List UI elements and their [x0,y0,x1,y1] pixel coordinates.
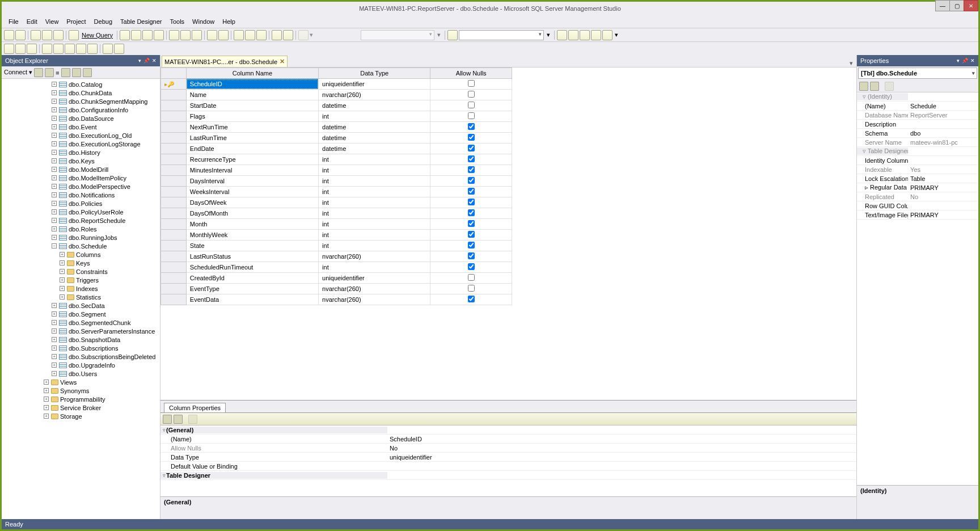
tree-folder[interactable]: +Columns [2,250,160,259]
expand-icon[interactable]: + [60,260,65,266]
allow-nulls-checkbox[interactable] [468,166,475,173]
tree-table[interactable]: +dbo.Segment [2,310,160,318]
expand-icon[interactable]: + [52,337,57,342]
tree-folder[interactable]: +Views [2,378,160,386]
tree-folder[interactable]: +Keys [2,259,160,267]
cell-column-name[interactable]: Name [186,90,318,100]
cp-alpha-icon[interactable] [174,415,183,424]
expand-icon[interactable]: + [52,345,57,351]
tree-table[interactable]: +dbo.UpgradeInfo [2,361,160,369]
toolbar-g3-icon[interactable] [580,30,590,40]
cell-data-type[interactable]: nvarchar(260) [319,251,430,262]
cell-data-type[interactable]: nvarchar(260) [319,90,430,100]
cell-data-type[interactable]: uniqueidentifier [319,79,430,90]
allow-nulls-checkbox[interactable] [468,102,475,108]
tree-table[interactable]: +dbo.ModelDrill [2,165,160,174]
expand-icon[interactable]: + [52,192,57,197]
connect-button[interactable]: Connect ▾ [4,69,32,76]
toolbar-copy-icon[interactable] [180,30,191,40]
cell-column-name[interactable]: EndDate [186,144,318,154]
cell-allow-nulls[interactable] [430,90,512,100]
allow-nulls-checkbox[interactable] [468,220,475,227]
cell-column-name[interactable]: MonthlyWeek [186,230,318,241]
cell-data-type[interactable]: int [319,197,430,208]
expand-icon[interactable]: + [44,388,49,393]
row-selector[interactable] [161,230,187,241]
tab-overflow-icon[interactable]: ▾ [846,60,851,67]
tree-table[interactable]: +dbo.Notifications [2,191,160,199]
expand-icon[interactable]: + [52,363,57,368]
cell-column-name[interactable]: LastRunStatus [186,251,318,262]
toolbar-template-icon[interactable] [283,30,293,40]
cell-data-type[interactable]: datetime [319,144,430,154]
cell-data-type[interactable]: int [319,154,430,165]
menu-window[interactable]: Window [189,17,218,26]
menu-file[interactable]: File [5,17,22,26]
expand-icon[interactable]: + [60,286,65,291]
cell-column-name[interactable]: CreatedById [186,273,318,284]
oe-icon-1[interactable] [34,68,43,77]
tb2-i-icon[interactable] [103,44,113,54]
cp-value[interactable]: ScheduleID [387,436,851,442]
cell-allow-nulls[interactable] [430,133,512,144]
tree-table[interactable]: +dbo.SecData [2,301,160,310]
cell-data-type[interactable]: int [319,208,430,219]
cell-data-type[interactable]: int [319,219,430,230]
oe-stop-icon[interactable] [83,68,92,77]
table-row[interactable]: EventDatanvarchar(260) [161,294,512,305]
cell-allow-nulls[interactable] [430,79,512,90]
cell-data-type[interactable]: datetime [319,122,430,133]
tree-folder[interactable]: +Indexes [2,284,160,293]
tree-table[interactable]: +dbo.Event [2,123,160,131]
cell-allow-nulls[interactable] [430,230,512,241]
menu-table-designer[interactable]: Table Designer [117,17,165,26]
cp-row[interactable]: Data Typeuniqueidentifier [160,453,851,461]
menu-tools[interactable]: Tools [166,17,188,26]
allow-nulls-checkbox[interactable] [468,274,475,281]
toolbar-comment-icon[interactable] [245,30,255,40]
pin-icon[interactable]: 📌 [143,58,150,64]
cell-allow-nulls[interactable] [430,122,512,133]
object-tree[interactable]: +dbo.Catalog+dbo.ChunkData+dbo.ChunkSegm… [2,79,160,461]
row-selector[interactable] [161,111,187,122]
row-selector[interactable] [161,100,187,111]
allow-nulls-checkbox[interactable] [468,80,475,87]
toolbar-find-icon[interactable] [234,30,244,40]
table-row[interactable]: ▸🔑ScheduleIDuniqueidentifier [161,79,512,90]
cell-column-name[interactable]: NextRunTime [186,122,318,133]
cell-column-name[interactable]: ScheduleID [186,79,318,90]
cell-column-name[interactable]: EventData [186,294,318,305]
expand-icon[interactable]: + [52,175,57,180]
table-row[interactable]: LastRunStatusnvarchar(260) [161,251,512,262]
row-selector[interactable] [161,154,187,165]
cell-data-type[interactable]: int [319,176,430,187]
row-selector[interactable] [161,284,187,294]
tree-table[interactable]: +dbo.Policies [2,199,160,208]
toolbar-db4-icon[interactable] [154,30,164,40]
cp-value[interactable]: No [387,445,851,452]
tree-folder[interactable]: +Constraints [2,267,160,276]
new-query-icon[interactable] [69,30,79,40]
cell-data-type[interactable]: nvarchar(260) [319,294,430,305]
new-query-button[interactable]: New Query [80,32,115,39]
cell-column-name[interactable]: DaysInterval [186,176,318,187]
table-row[interactable]: RecurrenceTypeint [161,154,512,165]
cell-column-name[interactable]: DaysOfMonth [186,208,318,219]
toolbar-g2-icon[interactable] [568,30,578,40]
row-selector[interactable] [161,187,187,197]
allow-nulls-checkbox[interactable] [468,242,475,248]
cell-allow-nulls[interactable] [430,241,512,251]
tree-folder[interactable]: +Synonyms [2,386,160,395]
toolbar-cut-icon[interactable] [169,30,179,40]
cell-column-name[interactable]: WeeksInterval [186,187,318,197]
solution-config-combo[interactable] [361,30,434,40]
row-selector[interactable] [161,273,187,284]
cp-category[interactable]: (General) [160,427,387,433]
tb2-a-icon[interactable] [4,44,14,54]
expand-icon[interactable]: + [52,311,57,317]
expand-icon[interactable]: + [52,218,57,223]
tree-folder[interactable]: +Statistics [2,293,160,301]
table-row[interactable]: DaysOfWeekint [161,197,512,208]
menu-view[interactable]: View [42,17,62,26]
allow-nulls-checkbox[interactable] [468,296,475,302]
